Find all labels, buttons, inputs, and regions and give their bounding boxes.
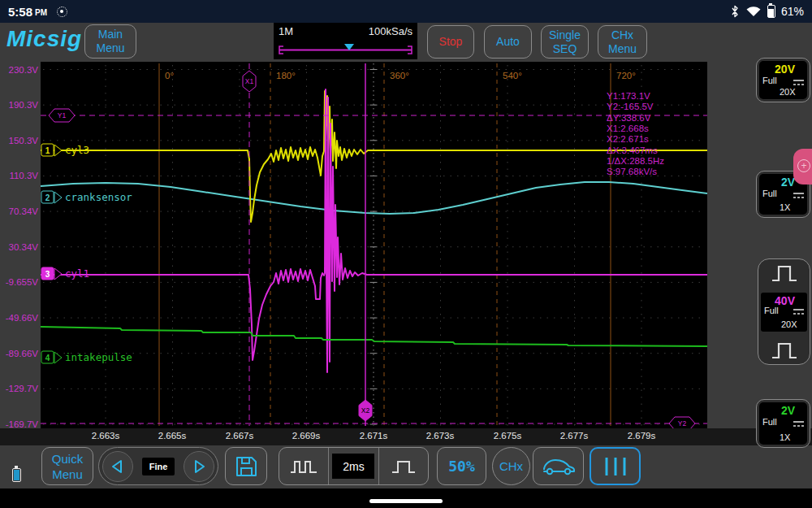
measurement-line: 1/ΔX:288.5Hz: [607, 156, 664, 166]
channel4-scale-button[interactable]: 2V Full 1X: [756, 399, 810, 448]
pulse-up-icon[interactable]: [771, 263, 798, 284]
channel-number: 1: [45, 146, 50, 155]
dc-coupling-icon: [793, 79, 805, 86]
voltage-label: -129.7V: [6, 384, 39, 393]
main-menu-button[interactable]: Main Menu: [84, 24, 136, 59]
stop-button[interactable]: Stop: [427, 25, 474, 59]
trigger-position-slider[interactable]: [278, 43, 413, 56]
clock: 5:58: [8, 5, 32, 19]
memory-depth: 1M: [279, 25, 293, 37]
micsig-logo: Micsig: [6, 26, 82, 52]
left-arrow-icon: [110, 458, 126, 475]
save-button[interactable]: [225, 447, 267, 485]
navigation-bar: [0, 488, 812, 508]
timebase-button[interactable]: 2ms: [328, 448, 378, 484]
sample-rate-panel[interactable]: 1M 100kSa/s: [274, 23, 417, 59]
channel-label: intakepulse: [65, 351, 132, 363]
degree-label: 0°: [165, 71, 174, 80]
time-label: 2.677s: [560, 431, 589, 441]
time-label: 2.673s: [426, 431, 455, 441]
single-seq-button[interactable]: Single SEQ: [541, 25, 589, 59]
channel3-scale-button[interactable]: 40V Full 20X: [758, 258, 810, 365]
home-pill[interactable]: [369, 499, 443, 503]
cursor-lines-button[interactable]: [590, 447, 641, 485]
automotive-button[interactable]: [533, 447, 584, 485]
vertical-lines-icon: [602, 455, 629, 478]
auto-button[interactable]: Auto: [484, 25, 532, 59]
voltage-label: 190.3V: [9, 100, 39, 110]
voltage-label: 150.3V: [9, 136, 39, 145]
measurement-line: ΔX:3.467ms: [607, 145, 658, 155]
fine-mode-label[interactable]: Fine: [142, 458, 175, 475]
voltage-label: 70.34V: [9, 206, 39, 216]
sample-rate: 100kSa/s: [369, 25, 412, 37]
measurement-line: X1:2.668s: [607, 124, 649, 133]
voltage-label: 30.34V: [9, 242, 39, 252]
wifi-icon: [745, 5, 762, 18]
time-label: 2.665s: [158, 431, 187, 441]
battery-icon: [767, 5, 775, 18]
oscilloscope-app: 5:58 PM 61% Micsig Main Menu 1M 100kSa/s: [0, 0, 812, 508]
voltage-label: -169.7V: [6, 419, 39, 428]
time-label: 2.671s: [360, 431, 388, 441]
cursor-y2-label: Y2: [678, 419, 687, 428]
scope-display: 0°180°360°540°720°230.3V190.3V150.3V110.…: [0, 62, 812, 428]
car-icon: [542, 456, 576, 477]
time-label: 2.667s: [226, 431, 254, 441]
channel-label: cranksensor: [65, 191, 132, 203]
time-label: 2.675s: [494, 431, 522, 441]
adjust-control-group: Fine: [98, 447, 218, 485]
voltage-label: -49.66V: [6, 313, 39, 323]
chx-menu-button[interactable]: CHx Menu: [598, 25, 647, 59]
clock-meridiem: PM: [35, 8, 47, 17]
pulse-down-icon[interactable]: [771, 340, 798, 361]
measurement-line: X2:2.671s: [607, 134, 649, 144]
channel-label: cyl3: [65, 144, 89, 156]
screen-record-icon: [57, 7, 67, 17]
time-label: 2.679s: [628, 431, 656, 441]
channel-number: 2: [45, 193, 50, 202]
channel-number: 3: [45, 270, 50, 279]
voltage-label: 230.3V: [9, 65, 39, 75]
channel-number: 4: [45, 354, 50, 363]
channel1-scale-button[interactable]: 20V Full 20X: [756, 58, 810, 102]
single-pulse-icon: [391, 458, 417, 475]
decrement-button[interactable]: [102, 451, 133, 482]
pulse-train-icon: [289, 458, 318, 475]
degree-label: 180°: [276, 71, 296, 80]
voltage-label: -89.66V: [6, 349, 39, 358]
increment-button[interactable]: [184, 451, 214, 482]
battery-percent: 61%: [781, 5, 804, 18]
pulse-train-button[interactable]: [279, 448, 328, 484]
chx-button[interactable]: CHx: [492, 447, 530, 485]
measurement-line: S:97.68kV/s: [607, 167, 657, 176]
fifty-percent-button[interactable]: 50%: [437, 447, 486, 485]
time-label: 2.669s: [292, 431, 321, 441]
timebase-control-group: 2ms: [279, 447, 429, 485]
degree-label: 360°: [390, 71, 409, 80]
cursor-x1-label: X1: [245, 77, 254, 85]
right-arrow-icon: [191, 458, 207, 475]
save-icon: [234, 454, 258, 479]
bluetooth-icon: [730, 4, 740, 19]
scope-battery-icon: [12, 468, 21, 482]
single-pulse-button[interactable]: [378, 448, 428, 484]
time-label: 2.663s: [92, 431, 120, 441]
time-axis: 2.663s2.665s2.667s2.669s2.671s2.673s2.67…: [0, 428, 812, 445]
cursor-x2-label: X2: [361, 406, 370, 415]
status-bar: 5:58 PM 61%: [0, 0, 812, 23]
measurement-line: Y2:-165.5V: [607, 102, 654, 111]
measurement-line: Y1:173.1V: [607, 91, 650, 101]
quick-menu-button[interactable]: Quick Menu: [41, 447, 93, 485]
floating-add-button[interactable]: +: [793, 149, 812, 185]
dc-coupling-icon: [793, 192, 805, 199]
measurement-line: ΔY:338.6V: [607, 113, 651, 123]
dc-coupling-icon: [793, 420, 805, 428]
degree-label: 540°: [503, 71, 522, 80]
dc-coupling-icon: [793, 308, 805, 315]
plus-circle-icon: +: [797, 159, 810, 172]
voltage-label: -9.655V: [6, 277, 39, 287]
voltage-label: 110.3V: [9, 171, 38, 180]
cursor-y1-label: Y1: [58, 111, 67, 119]
degree-label: 720°: [616, 71, 636, 80]
